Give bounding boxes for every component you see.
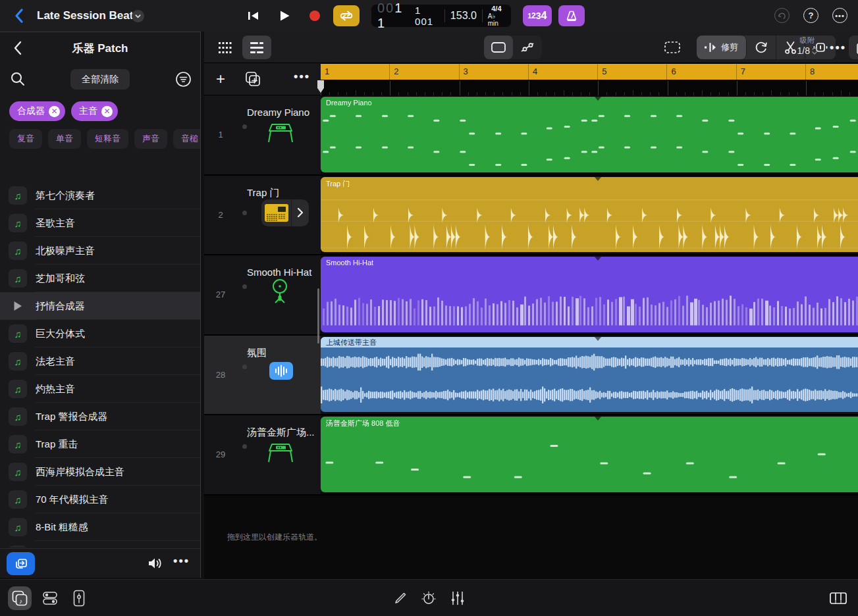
track-row: 27Smooth Hi-HatSmooth Hi-Hat [204, 255, 858, 336]
patch-preview-play-icon[interactable] [9, 301, 27, 311]
patch-item[interactable]: ♫巨大分体式 [0, 320, 200, 347]
track-scrollbar[interactable] [317, 288, 319, 344]
regions-mode-icon[interactable] [484, 36, 513, 59]
load-patch-button[interactable] [7, 552, 35, 575]
plugins-icon[interactable] [67, 586, 91, 610]
cycle-icon[interactable] [333, 5, 360, 26]
category-chip[interactable]: 音槌 [173, 129, 200, 149]
patch-item[interactable]: ♫第七个演奏者 [0, 182, 200, 209]
automation-mode-icon[interactable] [513, 36, 542, 59]
patch-item[interactable]: ♫圣歌主音 [0, 209, 200, 237]
mixer-faders-icon[interactable] [446, 586, 469, 610]
category-chip[interactable]: 短释音 [87, 129, 128, 149]
piano-icon[interactable] [267, 442, 294, 464]
track-header[interactable]: 1Dreamy Piano [204, 95, 321, 176]
audio-icon[interactable] [269, 362, 293, 380]
ruler[interactable]: 12345678 [321, 63, 858, 95]
marquee-tool-icon[interactable] [658, 36, 687, 59]
arrange-area: + ••• 12345678 1Dreamy PianoDreamy Piano… [204, 63, 858, 579]
smart-controls-icon[interactable] [38, 586, 62, 610]
track-instrument-control[interactable] [261, 199, 309, 226]
back-icon[interactable] [12, 8, 28, 24]
panel-more-icon[interactable]: ••• [173, 554, 190, 568]
drumpad-icon[interactable] [261, 199, 291, 226]
patch-item[interactable]: ♫北极噪声主音 [0, 237, 200, 265]
category-chip[interactable]: 声音 [134, 129, 167, 149]
search-icon[interactable] [10, 71, 26, 87]
track-row: 28氛围上城传送带主音 [204, 336, 858, 416]
track-lane[interactable]: Smooth Hi-Hat [321, 255, 858, 336]
filter-chip-label: 主音 [79, 105, 97, 117]
category-chip[interactable]: 复音 [9, 129, 42, 149]
snap-label: 吸附 [797, 36, 817, 45]
patch-item[interactable]: ♫8-Bit 粗糙感 [0, 513, 200, 541]
play-icon[interactable] [273, 5, 296, 26]
tuning-dial-icon[interactable] [417, 586, 441, 610]
track-header[interactable]: 27Smooth Hi-Hat [204, 255, 321, 336]
hihat-icon[interactable] [267, 278, 293, 304]
keyboard-icon[interactable] [826, 586, 850, 610]
patch-item[interactable]: ♫西海岸模拟合成主音 [0, 458, 200, 486]
bar-number: 8 [810, 66, 815, 76]
track-status-dot [242, 365, 247, 369]
project-title: Late Session Beat [37, 0, 133, 32]
patch-note-icon: ♫ [9, 407, 27, 426]
metronome-icon[interactable] [558, 5, 585, 26]
track-header[interactable]: 28氛围 [204, 336, 321, 416]
copy-paste-icon[interactable] [849, 36, 858, 59]
region[interactable]: Dreamy Piano [321, 97, 858, 172]
patch-item[interactable]: ♫芝加哥和弦 [0, 265, 200, 292]
filter-icon[interactable] [175, 71, 192, 88]
add-track-icon[interactable]: + [216, 70, 225, 88]
track-lane[interactable]: Trap 门 [321, 176, 858, 256]
grid-view-icon[interactable] [211, 36, 240, 59]
remove-filter-icon[interactable]: ✕ [49, 106, 60, 117]
patch-item[interactable]: 抒情合成器 [0, 292, 200, 320]
patch-item[interactable]: ♫法老主音 [0, 347, 200, 375]
patch-item[interactable]: ♫70 年代模拟主音 [0, 486, 200, 513]
track-header-more-icon[interactable]: ••• [294, 70, 310, 84]
region[interactable]: 汤普金斯广场 808 低音 [321, 417, 858, 492]
lcd-display[interactable]: 001 1 1 001 153.0 4/4 A♭ min [371, 5, 511, 27]
snap-control[interactable]: 吸附 1/8 [797, 36, 817, 56]
region-header[interactable]: 上城传送带主音 [321, 337, 858, 347]
toolbar-more-icon[interactable]: ••• [830, 41, 846, 55]
preview-volume-icon[interactable] [147, 556, 164, 571]
track-expand-chevron-icon[interactable] [292, 199, 309, 226]
trim-tool[interactable]: 修剪 [697, 36, 747, 59]
clear-all-button[interactable]: 全部清除 [70, 69, 130, 90]
filter-chip[interactable]: 主音✕ [71, 101, 118, 121]
active-filter-chips: 合成器✕主音✕ [0, 95, 200, 126]
duplicate-track-icon[interactable] [245, 71, 261, 87]
track-lane[interactable]: 汤普金斯广场 808 低音 [321, 415, 858, 496]
region[interactable]: Trap 门 [321, 177, 858, 253]
panel-back-icon[interactable] [13, 41, 22, 55]
remove-filter-icon[interactable]: ✕ [101, 106, 113, 117]
patch-item[interactable]: ♫Trap 重击 [0, 430, 200, 458]
track-header[interactable]: 29汤普金斯广场... [204, 415, 321, 496]
pencil-edit-icon[interactable] [389, 586, 412, 610]
region[interactable]: 上城传送带主音 [321, 337, 858, 413]
cycle-range-bar[interactable]: 12345678 [321, 64, 858, 80]
help-icon[interactable]: ? [803, 8, 818, 23]
more-icon[interactable]: ••• [832, 8, 847, 23]
patch-item[interactable]: ♫Trap 警报合成器 [0, 403, 200, 430]
track-header[interactable]: 2Trap 门 [204, 176, 321, 256]
undo-icon[interactable] [774, 8, 790, 23]
category-chip[interactable]: 单音 [48, 129, 81, 149]
record-icon[interactable] [303, 5, 327, 26]
piano-icon[interactable] [267, 122, 294, 144]
track-lane[interactable]: Dreamy Piano [321, 95, 858, 176]
tracks-view-icon[interactable] [242, 36, 271, 59]
rewind-icon[interactable] [242, 5, 266, 26]
project-menu-chevron-icon[interactable] [132, 10, 144, 22]
patch-item[interactable]: ♫灼热主音 [0, 375, 200, 403]
region[interactable]: Smooth Hi-Hat [321, 257, 858, 332]
track-lane[interactable]: 上城传送带主音 [321, 336, 858, 416]
loop-tool-icon[interactable] [747, 36, 776, 59]
count-in-button[interactable]: 1234 [523, 5, 552, 26]
patch-item[interactable]: ♫简约时光 [0, 541, 200, 548]
filter-chip[interactable]: 合成器✕ [9, 101, 65, 121]
browser-icon[interactable]: ♪ [8, 586, 32, 610]
track-name: Smooth Hi-Hat [247, 267, 311, 278]
